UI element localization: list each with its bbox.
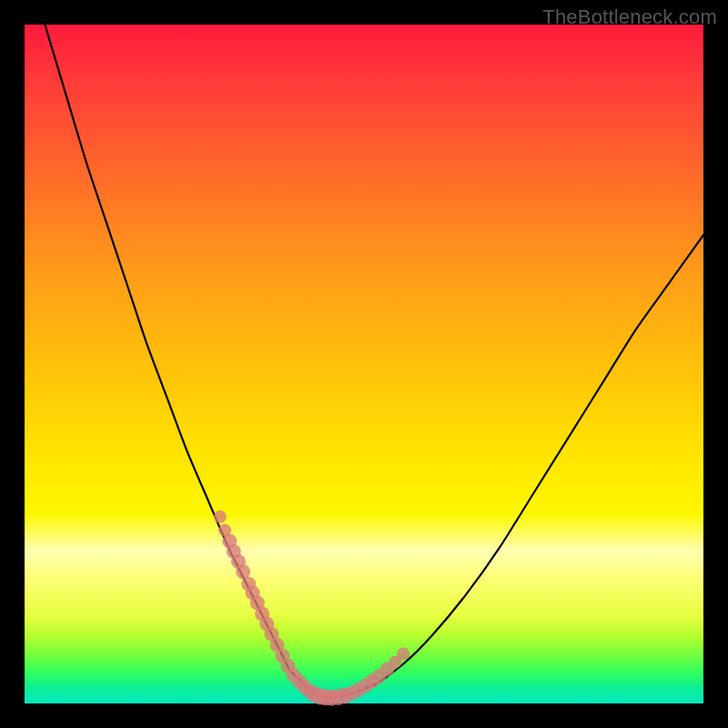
bottleneck-curve	[45, 25, 703, 698]
curve-marker	[397, 648, 410, 661]
marker-group	[214, 511, 410, 706]
curve-marker	[214, 511, 227, 523]
chart-svg	[25, 25, 703, 703]
